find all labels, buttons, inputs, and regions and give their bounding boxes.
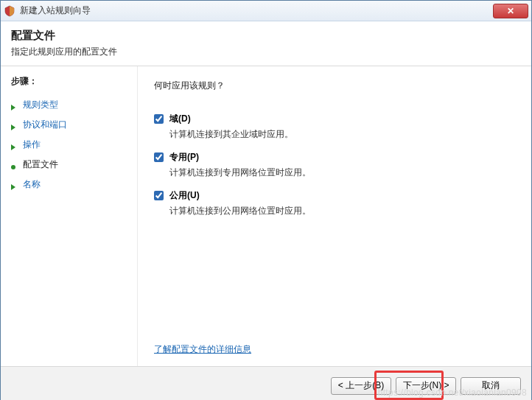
close-button[interactable]: ✕ [493,4,528,18]
checkbox-domain[interactable] [154,114,164,124]
sidebar-item-profile[interactable]: 配置文件 [11,155,130,175]
bullet-icon [11,102,17,108]
checkbox-label-domain[interactable]: 域(D) [154,113,515,125]
sidebar-item-label: 名称 [23,178,41,191]
main-pane: 何时应用该规则？ 域(D) 计算机连接到其企业域时应用。 专用(P) 计算机连接… [138,66,531,366]
steps-list: 规则类型 协议和端口 操作 配置文件 名称 [11,95,130,194]
option-private: 专用(P) 计算机连接到专用网络位置时应用。 [154,151,515,179]
option-label: 专用(P) [169,151,199,164]
option-label: 域(D) [169,113,191,125]
wizard-header: 配置文件 指定此规则应用的配置文件 [1,21,531,66]
bullet-icon [11,162,17,168]
sidebar-item-protocol[interactable]: 协议和端口 [11,115,130,135]
window-title: 新建入站规则向导 [20,4,493,17]
checkbox-public[interactable] [154,191,164,200]
steps-label: 步骤： [11,75,130,88]
watermark: https://blog.csdn.net/xiaolanlan0908 [378,387,527,398]
bullet-icon [11,122,17,128]
checkbox-label-private[interactable]: 专用(P) [154,151,515,164]
option-label: 公用(U) [169,189,200,202]
question-text: 何时应用该规则？ [154,80,515,92]
page-subtitle: 指定此规则应用的配置文件 [11,46,521,58]
sidebar-item-label: 配置文件 [23,158,58,171]
option-desc: 计算机连接到专用网络位置时应用。 [169,166,515,179]
learn-more-link[interactable]: 了解配置文件的详细信息 [154,343,251,356]
sidebar-item-name[interactable]: 名称 [11,175,130,194]
titlebar: 新建入站规则向导 ✕ [1,1,531,21]
sidebar-item-label: 操作 [23,138,41,151]
sidebar-item-label: 规则类型 [23,99,58,111]
wizard-body: 步骤： 规则类型 协议和端口 操作 配置文件 名称 何时应用该规则？ 域(D) … [1,66,531,366]
option-desc: 计算机连接到公用网络位置时应用。 [169,205,515,217]
sidebar-item-action[interactable]: 操作 [11,135,130,155]
option-desc: 计算机连接到其企业域时应用。 [169,128,515,141]
page-title: 配置文件 [11,29,521,43]
bullet-icon [11,142,17,148]
sidebar-item-label: 协议和端口 [23,119,67,131]
wizard-window: 新建入站规则向导 ✕ 配置文件 指定此规则应用的配置文件 步骤： 规则类型 协议… [0,0,532,400]
sidebar-item-rule-type[interactable]: 规则类型 [11,95,130,115]
bullet-icon [11,182,17,188]
checkbox-private[interactable] [154,152,164,162]
checkbox-label-public[interactable]: 公用(U) [154,189,515,202]
option-domain: 域(D) 计算机连接到其企业域时应用。 [154,113,515,141]
sidebar: 步骤： 规则类型 协议和端口 操作 配置文件 名称 [1,66,138,366]
app-icon [4,5,15,17]
option-public: 公用(U) 计算机连接到公用网络位置时应用。 [154,189,515,217]
